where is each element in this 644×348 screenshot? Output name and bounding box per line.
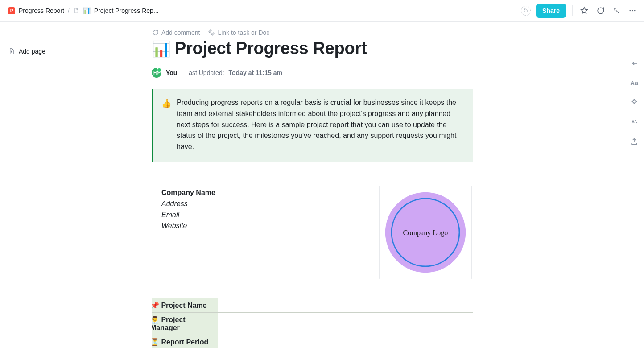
sparkle-icon[interactable] — [629, 117, 639, 127]
breadcrumb-current[interactable]: Project Progress Rep... — [94, 7, 159, 14]
company-info[interactable]: Company Name Address Email Website — [152, 186, 365, 232]
svg-point-2 — [632, 10, 633, 12]
svg-point-1 — [629, 10, 631, 12]
breadcrumb-separator: / — [68, 7, 70, 14]
table-value[interactable] — [218, 298, 473, 312]
table-key[interactable]: ⏳ Report Period — [152, 335, 218, 348]
top-actions: Share — [521, 4, 638, 18]
export-icon[interactable] — [629, 137, 639, 147]
comment-icon — [152, 29, 159, 36]
table-value[interactable] — [218, 312, 473, 335]
share-button[interactable]: Share — [536, 4, 566, 18]
doc-title-row: 📊 Project Progress Report — [152, 39, 473, 58]
add-page-label: Add page — [19, 48, 45, 55]
svg-text:Company Logo: Company Logo — [403, 229, 448, 237]
add-page-icon — [8, 48, 15, 55]
add-comment-label: Add comment — [161, 29, 200, 36]
document: Add comment Link to task or Doc 📊 Projec… — [152, 22, 624, 348]
logo-image: Company Logo — [383, 190, 468, 275]
table-key[interactable]: 👨‍💼 Project Manager — [152, 312, 218, 335]
table-row: 👨‍💼 Project Manager — [152, 312, 473, 335]
link-icon — [208, 29, 215, 36]
company-logo[interactable]: Company Logo — [379, 186, 472, 279]
star-icon[interactable] — [579, 5, 590, 16]
table-key[interactable]: 📌 Project Name — [152, 298, 218, 312]
callout-text: Producing progress reports on a regular … — [177, 97, 464, 153]
bar-chart-icon[interactable]: 📊 — [152, 41, 170, 56]
tag-picker[interactable] — [521, 6, 531, 16]
breadcrumb-root[interactable]: Progress Report — [19, 7, 64, 14]
collapse-icon[interactable] — [611, 5, 622, 16]
thumbs-up-icon: 👍 — [161, 97, 171, 153]
company-website: Website — [161, 220, 365, 232]
table-row: 📌 Project Name — [152, 298, 473, 312]
svg-point-0 — [524, 9, 525, 10]
table-value[interactable] — [218, 335, 473, 348]
project-meta-table[interactable]: 📌 Project Name👨‍💼 Project Manager⏳ Repor… — [152, 298, 473, 348]
author-name: You — [166, 69, 177, 76]
typography-icon[interactable]: Aa — [629, 78, 639, 88]
table-row: ⏳ Report Period — [152, 335, 473, 348]
company-address: Address — [161, 199, 365, 210]
ai-icon[interactable] — [629, 98, 639, 108]
company-name: Company Name — [161, 187, 365, 199]
document-icon — [73, 8, 79, 14]
avatar[interactable]: HP — [152, 68, 161, 78]
topbar: P Progress Report / 📊 Project Progress R… — [0, 0, 644, 22]
company-email: Email — [161, 210, 365, 221]
last-updated-value: Today at 11:15 am — [229, 69, 282, 76]
doc-mini-actions: Add comment Link to task or Doc — [152, 29, 473, 36]
doc-meta: HP You Last Updated: Today at 11:15 am — [152, 68, 473, 78]
link-task-button[interactable]: Link to task or Doc — [208, 29, 269, 36]
svg-point-3 — [634, 10, 636, 12]
link-task-label: Link to task or Doc — [218, 29, 269, 36]
add-comment-button[interactable]: Add comment — [152, 29, 200, 36]
main: Add page Add comment Link to task or Doc — [0, 22, 644, 348]
page-title[interactable]: Project Progress Report — [175, 39, 367, 58]
outdent-icon[interactable] — [629, 58, 639, 68]
breadcrumb: P Progress Report / 📊 Project Progress R… — [8, 7, 159, 14]
last-updated-label: Last Updated: — [185, 69, 224, 76]
comments-icon[interactable] — [595, 5, 606, 16]
bar-chart-icon: 📊 — [83, 7, 91, 14]
callout-block[interactable]: 👍 Producing progress reports on a regula… — [152, 89, 473, 162]
right-rail: Aa — [624, 22, 644, 348]
divider — [572, 5, 573, 16]
workspace-badge[interactable]: P — [8, 7, 15, 14]
left-sidebar: Add page — [0, 22, 152, 348]
company-section: Company Name Address Email Website Compa… — [152, 186, 473, 279]
add-page-button[interactable]: Add page — [8, 48, 152, 55]
more-icon[interactable] — [627, 5, 638, 16]
